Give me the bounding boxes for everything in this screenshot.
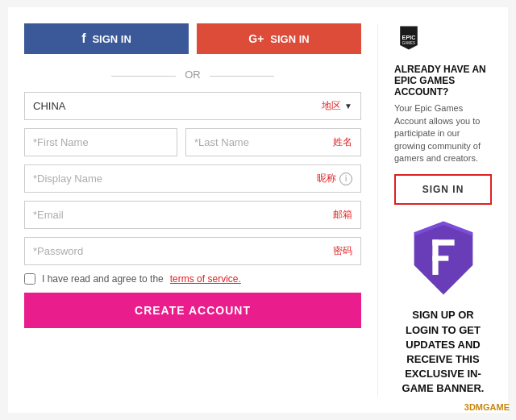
info-icon[interactable]: i — [339, 173, 352, 185]
fortnite-logo-icon — [407, 218, 480, 298]
terms-checkbox-row: I have read and agree to the terms of se… — [24, 273, 361, 285]
dropdown-arrow-icon: ▼ — [344, 102, 352, 110]
facebook-icon: f — [81, 31, 85, 46]
last-name-wrapper: 姓名 — [185, 128, 361, 156]
email-label: 邮箱 — [333, 208, 352, 222]
google-signin-button[interactable]: G+ SIGN IN — [197, 23, 361, 54]
country-select-wrapper[interactable]: CHINA United States United Kingdom 地区 ▼ — [24, 92, 361, 120]
promo-text: SIGN UP OR LOGIN TO GET UPDATES AND RECE… — [394, 308, 492, 396]
right-panel: EPIC GAMES ALREADY HAVE AN EPIC GAMES AC… — [377, 23, 492, 396]
first-name-wrapper — [24, 128, 177, 156]
email-input[interactable] — [33, 209, 330, 221]
create-account-button[interactable]: CREATE ACCOUNT — [24, 293, 361, 328]
or-divider: OR — [24, 69, 361, 81]
facebook-signin-label: SIGN IN — [92, 33, 131, 45]
already-desc: Your Epic Games Account allows you to pa… — [394, 102, 492, 164]
google-plus-icon: G+ — [248, 32, 264, 45]
svg-rect-6 — [432, 256, 448, 261]
watermark: 3DMGAME — [464, 402, 510, 412]
password-label: 密码 — [333, 244, 352, 258]
password-input[interactable] — [33, 245, 330, 257]
name-row: 姓名 — [24, 128, 361, 156]
display-name-label: 昵称 — [317, 172, 336, 185]
left-panel: f SIGN IN G+ SIGN IN OR CHINA United Sta… — [24, 23, 361, 396]
terms-checkbox[interactable] — [24, 273, 35, 285]
password-wrapper: 密码 — [24, 237, 361, 265]
google-signin-label: SIGN IN — [270, 33, 309, 45]
last-name-input[interactable] — [194, 136, 330, 148]
epic-signin-button[interactable]: SIGN IN — [394, 174, 492, 205]
first-name-input[interactable] — [33, 136, 169, 148]
epic-logo: EPIC GAMES — [394, 23, 492, 56]
display-name-input[interactable] — [33, 173, 314, 185]
svg-text:EPIC: EPIC — [402, 34, 416, 41]
country-select[interactable]: CHINA United States United Kingdom — [33, 100, 322, 112]
country-label: 地区 — [322, 99, 341, 113]
email-wrapper: 邮箱 — [24, 201, 361, 229]
display-name-wrapper: 昵称 i — [24, 164, 361, 193]
facebook-signin-button[interactable]: f SIGN IN — [24, 23, 189, 54]
social-buttons: f SIGN IN G+ SIGN IN — [24, 23, 361, 54]
terms-link[interactable]: terms of service. — [170, 273, 241, 285]
name-label: 姓名 — [333, 135, 352, 149]
epic-games-logo-icon: EPIC GAMES — [394, 23, 423, 52]
already-title: ALREADY HAVE AN EPIC GAMES ACCOUNT? — [394, 64, 492, 98]
checkbox-text: I have read and agree to the — [42, 273, 164, 285]
svg-text:GAMES: GAMES — [402, 42, 415, 46]
